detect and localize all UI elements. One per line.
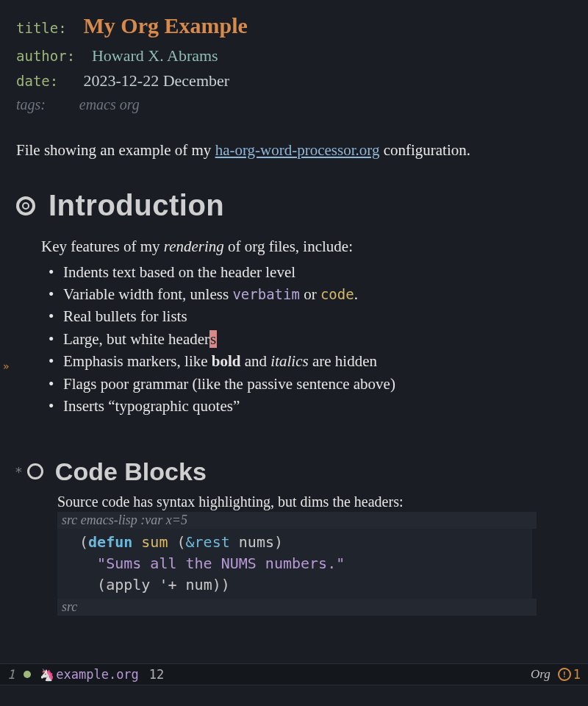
left-fringe: » xyxy=(0,0,13,669)
warning-icon: ! xyxy=(558,668,571,681)
meta-tags-line: tags: emacs org xyxy=(16,93,573,116)
minibuffer[interactable] xyxy=(0,685,588,706)
modeline-major-mode[interactable]: Org xyxy=(531,667,551,682)
feature-list: Indents text based on the header level V… xyxy=(41,261,573,418)
list-item: Flags poor grammar (like the passive sen… xyxy=(60,373,573,395)
source-code-block[interactable]: (defun sum (&rest nums) "Sums all the NU… xyxy=(57,529,532,599)
heading-code-blocks[interactable]: * Code Blocks xyxy=(15,457,573,486)
meta-author-value: Howard X. Abrams xyxy=(92,46,218,65)
meta-author-line: author: Howard X. Abrams xyxy=(16,43,573,68)
intro-paragraph: File showing an example of my ha-org-wor… xyxy=(16,140,573,161)
meta-tags-key: tags: xyxy=(16,96,46,113)
list-item: Inserts “typographic quotes” xyxy=(60,395,573,417)
code-text: code xyxy=(320,286,354,302)
meta-title-value: My Org Example xyxy=(84,13,248,38)
editor-frame: » title: My Org Example author: Howard X… xyxy=(0,0,588,706)
modeline[interactable]: 1 🦄 example.org 12 Org !1 xyxy=(0,663,588,685)
meta-date-key: date xyxy=(16,73,50,89)
meta-tags-value: emacs org xyxy=(79,96,140,113)
verbatim-text: verbatim xyxy=(232,286,300,302)
heading-bullet-icon xyxy=(27,463,43,479)
meta-title-key: title xyxy=(16,20,58,36)
modeline-window-number[interactable]: 1 xyxy=(7,667,15,682)
config-link[interactable]: ha-org-word-processor.org xyxy=(215,141,380,159)
meta-title-line: title: My Org Example xyxy=(16,9,573,43)
list-item: Real bullets for lists xyxy=(60,305,573,327)
heading-introduction[interactable]: Introduction xyxy=(16,189,573,222)
src-begin-line: src emacs-lisp :var x=5 xyxy=(57,512,537,529)
heading-star-icon: * xyxy=(15,464,23,479)
code-blocks-lead: Source code has syntax highlighting, but… xyxy=(57,493,573,510)
heading-code-blocks-text: Code Blocks xyxy=(55,457,207,486)
heading-bullet-icon xyxy=(16,196,35,215)
meta-author-key: author xyxy=(16,48,67,64)
buffer-content[interactable]: title: My Org Example author: Howard X. … xyxy=(0,0,588,616)
introduction-body: Key features of my rendering of org file… xyxy=(41,235,573,418)
modeline-logo-icon: 🦄 xyxy=(40,668,54,682)
fringe-indicator-icon: » xyxy=(3,360,9,372)
modeline-line-number: 12 xyxy=(149,667,164,682)
meta-date-value: 2023-12-22 December xyxy=(84,71,230,90)
meta-date-line: date: 2023-12-22 December xyxy=(16,68,573,93)
modeline-flycheck[interactable]: !1 xyxy=(558,667,581,682)
point-cursor: s xyxy=(209,330,217,348)
list-item: Emphasis markers, like bold and italics … xyxy=(60,350,573,372)
list-item: Variable width font, unless verbatim or … xyxy=(60,283,573,305)
list-item: Large, but white headers xyxy=(60,328,573,350)
src-end-line: src xyxy=(57,599,537,616)
list-item: Indents text based on the header level xyxy=(60,261,573,283)
heading-introduction-text: Introduction xyxy=(49,189,224,222)
code-blocks-body: Source code has syntax highlighting, but… xyxy=(57,493,573,616)
modeline-modified-icon xyxy=(24,671,31,678)
modeline-filename[interactable]: example.org xyxy=(56,667,139,682)
